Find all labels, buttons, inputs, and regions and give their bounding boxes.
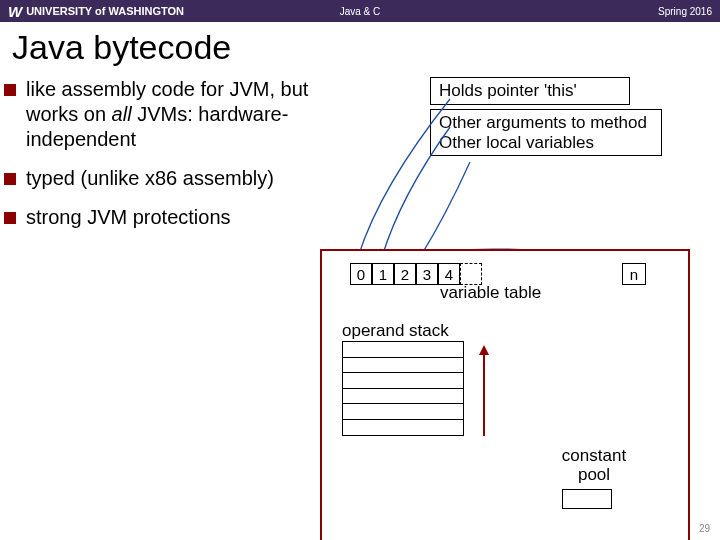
var-cell-ell: [460, 263, 482, 285]
var-cell-3: 3: [416, 263, 438, 285]
bullet-1: like assembly code for JVM, but works on…: [26, 77, 330, 152]
university-logo: W UNIVERSITY of WASHINGTON: [8, 3, 184, 20]
opstack-row: [343, 420, 463, 436]
w-icon: W: [8, 3, 22, 20]
var-cell-1: 1: [372, 263, 394, 285]
header-bar: W UNIVERSITY of WASHINGTON Java & C Spri…: [0, 0, 720, 22]
var-cell-0: 0: [350, 263, 372, 285]
jvm-frame-box: 0 1 2 3 4 n variable table operand stack…: [320, 249, 690, 540]
bullet-2-text: typed (unlike x86 assembly): [26, 167, 274, 189]
bullet-list: like assembly code for JVM, but works on…: [0, 77, 330, 230]
callout-other-args: Other arguments to method: [439, 113, 653, 133]
opstack-row: [343, 389, 463, 405]
bullet-3-text: strong JVM protections: [26, 206, 231, 228]
callout-other-vars: Other arguments to method Other local va…: [430, 109, 662, 156]
header-right: Spring 2016: [658, 6, 712, 17]
opstack-row: [343, 404, 463, 420]
variable-table: 0 1 2 3 4 n: [350, 263, 646, 285]
opstack-row: [343, 342, 463, 358]
operand-stack: [342, 341, 464, 436]
slide-content: like assembly code for JVM, but works on…: [0, 77, 720, 540]
opstack-row: [343, 358, 463, 374]
bullet-3: strong JVM protections: [26, 205, 330, 230]
bullet-1-italic: all: [112, 103, 132, 125]
university-name: UNIVERSITY of WASHINGTON: [26, 5, 184, 17]
var-cell-2: 2: [394, 263, 416, 285]
constant-pool-label: constant pool: [554, 447, 634, 484]
callout-other-locals: Other local variables: [439, 133, 653, 153]
opstack-row: [343, 373, 463, 389]
variable-table-label: variable table: [440, 283, 541, 303]
var-cell-4: 4: [438, 263, 460, 285]
var-cell-n: n: [622, 263, 646, 285]
constant-pool-box: [562, 489, 612, 509]
var-gap: [482, 263, 622, 285]
slide-title: Java bytecode: [0, 22, 720, 77]
stack-growth-arrow-icon: [472, 341, 502, 441]
callout-this-pointer: Holds pointer 'this': [430, 77, 630, 105]
header-center: Java & C: [340, 6, 381, 17]
page-number: 29: [699, 523, 710, 534]
bullet-2: typed (unlike x86 assembly): [26, 166, 330, 191]
operand-stack-label: operand stack: [342, 321, 449, 341]
